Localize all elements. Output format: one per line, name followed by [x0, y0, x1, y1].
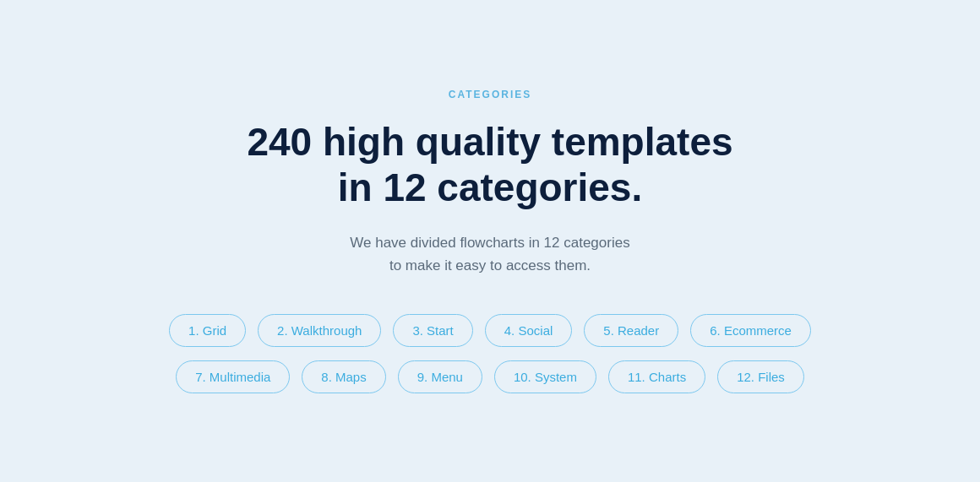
- heading-line2: in 12 categories.: [338, 165, 643, 209]
- section-label: CATEGORIES: [169, 89, 811, 100]
- main-heading: 240 high quality templates in 12 categor…: [169, 119, 811, 211]
- category-pill-9[interactable]: 9. Menu: [398, 360, 482, 393]
- category-pill-1[interactable]: 1. Grid: [169, 314, 246, 347]
- category-pill-2[interactable]: 2. Walkthrough: [258, 314, 381, 347]
- category-pill-11[interactable]: 11. Charts: [608, 360, 705, 393]
- category-pill-7[interactable]: 7. Multimedia: [176, 360, 290, 393]
- subtitle-line2: to make it easy to access them.: [389, 257, 591, 273]
- categories-row-2: 7. Multimedia8. Maps9. Menu10. System11.…: [176, 360, 804, 393]
- category-pill-5[interactable]: 5. Reader: [584, 314, 678, 347]
- categories-row-1: 1. Grid2. Walkthrough3. Start4. Social5.…: [169, 314, 811, 347]
- category-pill-6[interactable]: 6. Ecommerce: [690, 314, 811, 347]
- category-pill-12[interactable]: 12. Files: [717, 360, 804, 393]
- heading-line1: 240 high quality templates: [247, 120, 732, 164]
- category-pill-3[interactable]: 3. Start: [393, 314, 472, 347]
- subtitle-line1: We have divided flowcharts in 12 categor…: [350, 235, 629, 251]
- category-pill-10[interactable]: 10. System: [494, 360, 596, 393]
- category-pill-4[interactable]: 4. Social: [485, 314, 573, 347]
- subtitle: We have divided flowcharts in 12 categor…: [169, 231, 811, 277]
- categories-grid: 1. Grid2. Walkthrough3. Start4. Social5.…: [169, 314, 811, 393]
- category-pill-8[interactable]: 8. Maps: [302, 360, 385, 393]
- main-section: CATEGORIES 240 high quality templates in…: [152, 89, 828, 393]
